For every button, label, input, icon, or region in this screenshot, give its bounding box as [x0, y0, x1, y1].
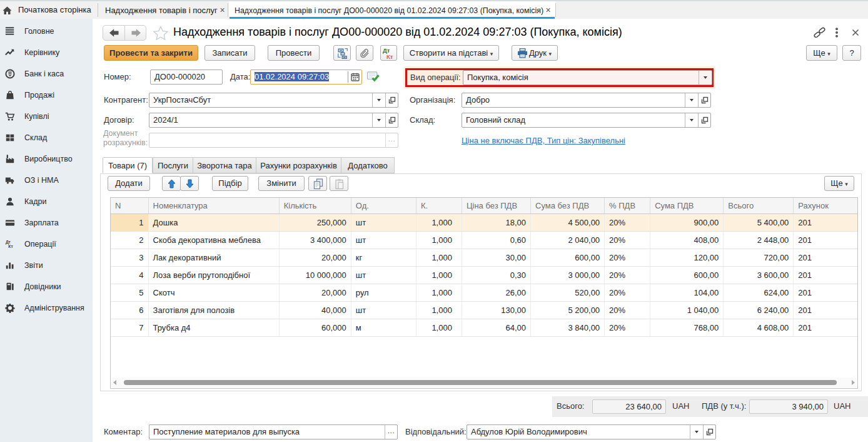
svg-text:Кт: Кт [386, 53, 393, 59]
svg-text:Кт: Кт [8, 244, 13, 249]
